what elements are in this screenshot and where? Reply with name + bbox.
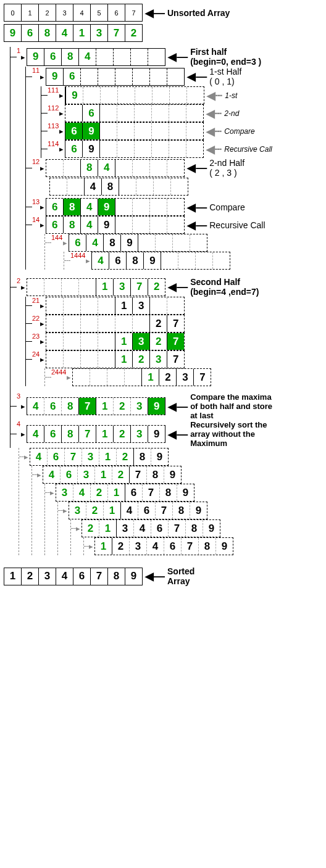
row-4: 46871239 bbox=[27, 425, 165, 443]
row-12: 84 bbox=[46, 159, 185, 177]
row-114: 69 bbox=[65, 140, 204, 158]
index-row: 01234567 bbox=[4, 4, 143, 22]
first-half-tree: 1▸ 9684 ◀— First half(begin=0, end=3 ) 1… bbox=[10, 47, 326, 448]
row-21: 13 bbox=[46, 297, 185, 315]
row-4c: 34216789 bbox=[56, 484, 194, 502]
step-1: 1▸ 9684 ◀— First half(begin=0, end=3 ) bbox=[10, 47, 326, 67]
unsorted-label: Unsorted Array bbox=[167, 8, 230, 18]
lbl-rec-114: Recursive Call bbox=[224, 145, 272, 154]
row-2: 1372 bbox=[27, 278, 165, 296]
sorted-label: SortedArray bbox=[167, 566, 194, 586]
row-111: 9 bbox=[65, 86, 204, 104]
first-half-label: First half(begin=0, end=3 ) bbox=[190, 47, 261, 67]
row-22: 27 bbox=[46, 315, 185, 333]
row-23: 1327 bbox=[46, 333, 185, 350]
step-1444: 1444▸ 4689 bbox=[64, 252, 326, 270]
step-21: 21▸ 13 bbox=[26, 297, 326, 315]
lbl-1st: 1-st bbox=[225, 91, 237, 100]
step-2: 2▸ 1372 ◀— Second Half(begin=4 ,end=7) bbox=[10, 277, 326, 297]
subtree-111: 111▸ 9 ◀┄1-st 112▸ 6 ◀┄2-nd 113▸ 69 ◀┄Co… bbox=[41, 86, 326, 158]
row-3: 46871239 bbox=[27, 397, 165, 415]
step-11: 11▸ 96 ◀— 1-st Half( 0 , 1) bbox=[26, 67, 326, 86]
step-144: 144▸ 6489 bbox=[45, 234, 326, 252]
step-2444: 2444▸ 1237 bbox=[45, 368, 326, 386]
final-cascade: ▸ 46731289 ▸ 46312789 ▸ 34216789 ▸ 32146… bbox=[19, 448, 326, 555]
step-24: 24▸ 1237 bbox=[26, 350, 326, 368]
compare-maxima-label: Compare the maximaof both half and store… bbox=[190, 392, 272, 420]
step-113: 113▸ 69 ◀┄Compare bbox=[41, 122, 326, 140]
row-2444: 1237 bbox=[72, 368, 211, 386]
sorted-section: 12346789 ◀— SortedArray bbox=[4, 566, 326, 586]
step-112: 112▸ 6 ◀┄2-nd bbox=[41, 104, 326, 122]
row-13: 6849 bbox=[46, 198, 185, 216]
row-113: 69 bbox=[65, 122, 204, 140]
row-4a: 46731289 bbox=[30, 448, 169, 466]
step-114: 114▸ 69 ◀┄Recursive Call bbox=[41, 140, 326, 158]
row-12b: 48 bbox=[49, 178, 326, 196]
recursive-sort-label: Recursively sort thearray without theMax… bbox=[190, 420, 267, 448]
row-1: 9684 bbox=[27, 48, 165, 66]
unsorted-row: 96841372 bbox=[4, 24, 143, 42]
lbl-2nd: 2-nd bbox=[224, 109, 239, 118]
half-12-label: 2-nd Half( 2 , 3 ) bbox=[209, 158, 244, 178]
row-4e: 21346789 bbox=[82, 519, 220, 537]
step-3: 3▸ 46871239 ◀— Compare the maximaof both… bbox=[10, 392, 326, 420]
lbl-rec-14: Recursive Call bbox=[209, 220, 265, 230]
row-112: 6 bbox=[65, 104, 204, 122]
subtree-11: 11▸ 96 ◀— 1-st Half( 0 , 1) 111▸ 9 ◀┄1-s… bbox=[25, 67, 326, 270]
half-11-label: 1-st Half( 0 , 1) bbox=[209, 67, 241, 86]
subtree-144: 144▸ 6489 1444▸ 4689 bbox=[44, 234, 326, 270]
second-half-label: Second Half(begin=4 ,end=7) bbox=[190, 277, 259, 297]
row-4b: 46312789 bbox=[43, 466, 182, 484]
step-23: 23▸ 1327 bbox=[26, 333, 326, 350]
unsorted-section: 01234567 ◀— Unsorted Array 96841372 bbox=[4, 4, 326, 42]
sorted-row: 12346789 bbox=[4, 568, 143, 585]
arrow-icon: ◀— bbox=[145, 6, 165, 20]
step-4: 4▸ 46871239 ◀— Recursively sort thearray… bbox=[10, 420, 326, 448]
row-24: 1237 bbox=[46, 350, 185, 368]
lbl-compare-113: Compare bbox=[224, 127, 254, 136]
row-144: 6489 bbox=[69, 234, 207, 252]
step-111: 111▸ 9 ◀┄1-st bbox=[41, 86, 326, 104]
subtree-2: 21▸ 13 22▸ 27 23▸ 1327 24▸ 1237 2444▸ 12… bbox=[25, 297, 326, 386]
lbl-compare-13: Compare bbox=[209, 202, 245, 212]
arrow-icon: ◀— bbox=[145, 569, 165, 583]
step-14: 14▸ 6849 ◀—Recursive Call bbox=[26, 216, 326, 234]
row-4d: 32146789 bbox=[69, 502, 207, 519]
row-4f: 12346789 bbox=[94, 537, 233, 555]
step-22: 22▸ 27 bbox=[26, 315, 326, 333]
row-11: 96 bbox=[46, 68, 185, 86]
step-12: 12▸ 84 ◀— 2-nd Half( 2 , 3 ) bbox=[26, 158, 326, 178]
row-14: 6849 bbox=[46, 216, 185, 234]
step-13: 13▸ 6849 ◀—Compare bbox=[26, 198, 326, 216]
row-1444: 4689 bbox=[91, 252, 230, 270]
